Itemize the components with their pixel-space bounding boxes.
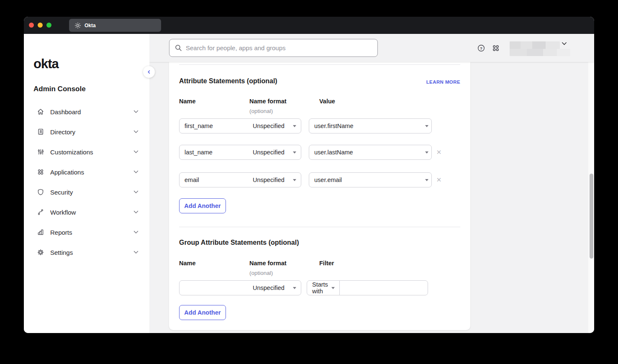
- okta-favicon-icon: [74, 22, 81, 29]
- attribute-row-value: [309, 172, 432, 187]
- tab-title: Okta: [85, 23, 96, 28]
- column-header-name: Name: [179, 98, 196, 105]
- caret-down-icon: [425, 151, 428, 154]
- sidebar-item-workflow[interactable]: Workflow: [24, 202, 149, 222]
- caret-down-icon: [293, 125, 296, 127]
- sidebar-item-dashboard[interactable]: Dashboard: [24, 102, 149, 122]
- shield-icon: [37, 188, 44, 196]
- remove-row-icon[interactable]: [435, 176, 443, 184]
- column-header-filter: Filter: [319, 260, 334, 267]
- column-header-name: Name: [179, 260, 196, 267]
- chevron-down-icon: [133, 251, 138, 254]
- column-header-name-format: Name format: [249, 98, 287, 105]
- filter-value-input[interactable]: [340, 281, 428, 295]
- group-filter-row: Starts with: [307, 280, 428, 295]
- search-icon: [175, 44, 182, 51]
- bar-chart-icon: [37, 228, 44, 236]
- value-dropdown-button[interactable]: [419, 145, 431, 159]
- saml-settings-card: Attribute Statements (optional) LEARN MO…: [169, 62, 470, 330]
- group-attribute-row: Unspecified: [179, 280, 301, 295]
- attribute-value-input[interactable]: [309, 173, 419, 187]
- browser-titlebar: Okta: [24, 17, 594, 34]
- name-format-select[interactable]: Unspecified: [248, 173, 301, 187]
- chevron-down-icon: [133, 110, 138, 113]
- value-dropdown-button[interactable]: [419, 173, 431, 187]
- group-name-input[interactable]: [180, 281, 248, 295]
- user-org-redacted: [510, 49, 570, 56]
- caret-down-icon: [293, 287, 296, 289]
- attribute-name-input[interactable]: [180, 119, 248, 133]
- global-search[interactable]: [169, 39, 378, 57]
- value-dropdown-button[interactable]: [419, 119, 431, 133]
- attribute-row-value: [309, 145, 432, 160]
- attribute-statements-title: Attribute Statements (optional): [179, 77, 277, 85]
- sidebar-item-settings[interactable]: Settings: [24, 242, 149, 262]
- column-note-optional: (optional): [249, 270, 273, 276]
- name-format-select[interactable]: Unspecified: [248, 119, 301, 133]
- zoom-window-button[interactable]: [46, 23, 51, 28]
- workflow-icon: [37, 208, 44, 216]
- gear-icon: [37, 249, 44, 256]
- column-header-name-format: Name format: [249, 260, 287, 267]
- section-divider: [179, 64, 460, 65]
- group-attribute-statements-title: Group Attribute Statements (optional): [179, 239, 299, 246]
- attribute-row: Unspecified: [179, 118, 301, 133]
- sidebar-item-applications[interactable]: Applications: [24, 162, 149, 182]
- chevron-left-icon: [147, 70, 151, 74]
- minimize-window-button[interactable]: [38, 23, 43, 28]
- sidebar-item-security[interactable]: Security: [24, 182, 149, 202]
- remove-row-icon[interactable]: [435, 149, 443, 156]
- add-another-button[interactable]: Add Another: [179, 305, 226, 320]
- directory-icon: [37, 128, 44, 136]
- chevron-down-icon: [133, 231, 138, 234]
- chevron-down-icon: [133, 210, 138, 214]
- chevron-down-icon: [133, 150, 138, 154]
- chevron-down-icon: [133, 190, 138, 194]
- browser-tab-okta[interactable]: Okta: [69, 19, 161, 32]
- caret-down-icon: [293, 179, 296, 181]
- column-note-optional: (optional): [249, 108, 273, 114]
- scrollbar-track[interactable]: [588, 34, 594, 333]
- sliders-icon: [37, 148, 44, 156]
- add-another-button[interactable]: Add Another: [179, 198, 226, 213]
- user-name-redacted: [510, 41, 560, 49]
- attribute-value-input[interactable]: [309, 119, 419, 133]
- help-icon[interactable]: ?: [477, 44, 485, 52]
- column-header-value: Value: [319, 98, 335, 105]
- name-format-select[interactable]: Unspecified: [248, 145, 301, 159]
- learn-more-link[interactable]: LEARN MORE: [426, 79, 460, 85]
- attribute-name-input[interactable]: [180, 173, 248, 187]
- chevron-down-icon: [133, 130, 138, 133]
- browser-window: Okta okta Admin Console Dashboard Direct…: [24, 17, 594, 333]
- caret-down-icon: [425, 179, 428, 181]
- attribute-row: Unspecified: [179, 172, 301, 187]
- attribute-name-input[interactable]: [180, 145, 248, 159]
- sidebar-nav: Dashboard Directory Customizations: [24, 102, 149, 262]
- scrollbar-thumb[interactable]: [590, 174, 593, 259]
- sidebar-item-directory[interactable]: Directory: [24, 122, 149, 142]
- caret-down-icon: [425, 125, 428, 127]
- home-icon: [37, 108, 44, 115]
- caret-down-icon: [331, 287, 335, 289]
- okta-logo: okta: [33, 56, 59, 72]
- apps-grid-icon: [37, 168, 44, 176]
- app-switcher-icon[interactable]: [492, 44, 500, 52]
- admin-console-title: Admin Console: [33, 85, 86, 93]
- filter-type-select[interactable]: Starts with: [307, 281, 340, 295]
- name-format-select[interactable]: Unspecified: [248, 281, 301, 295]
- collapse-sidebar-button[interactable]: [143, 66, 155, 78]
- svg-text:?: ?: [480, 46, 482, 51]
- attribute-row: Unspecified: [179, 145, 301, 160]
- section-divider: [179, 227, 460, 227]
- search-input[interactable]: [186, 44, 372, 51]
- caret-down-icon: [293, 151, 296, 154]
- user-menu-chevron-icon[interactable]: [562, 42, 567, 46]
- attribute-row-value: [309, 118, 432, 133]
- sidebar: okta Admin Console Dashboard Directory: [24, 34, 149, 333]
- attribute-value-input[interactable]: [309, 145, 419, 159]
- chevron-down-icon: [133, 170, 138, 174]
- top-header: ?: [149, 34, 594, 62]
- close-window-button[interactable]: [29, 23, 34, 28]
- sidebar-item-customizations[interactable]: Customizations: [24, 142, 149, 162]
- sidebar-item-reports[interactable]: Reports: [24, 222, 149, 242]
